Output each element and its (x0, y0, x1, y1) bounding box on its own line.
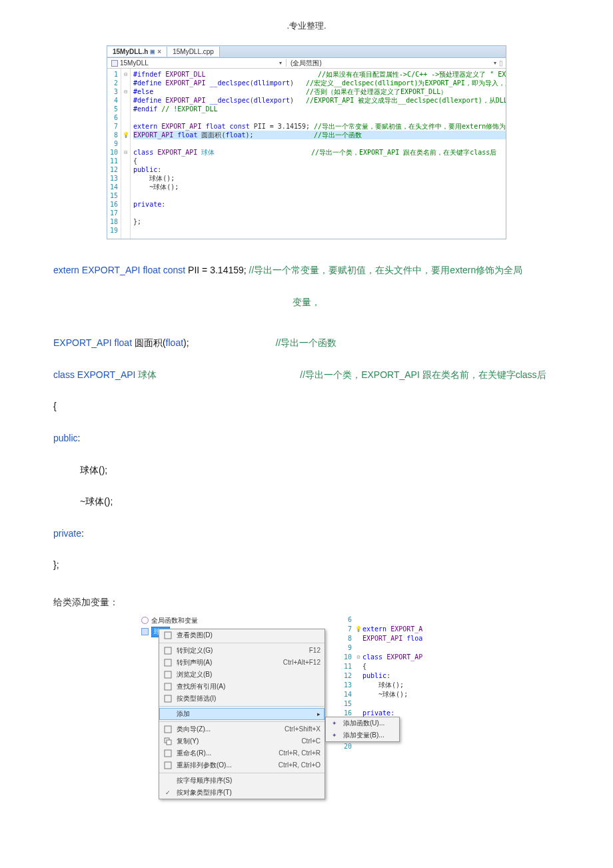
class-name: 球体 (138, 369, 157, 380)
code-line: class EXPORT_API 球体//导出一个类，EXPORT_API 跟在… (53, 364, 560, 387)
context-menu: 查看类图(D)转到定义(G)F12转到声明(A)Ctrl+Alt+F12浏览定义… (159, 629, 325, 799)
menu-shortcut: Ctrl+C (301, 737, 320, 745)
code-area[interactable]: 12345678910111213141516171819 ⊟⊟💡⊟ #ifnd… (107, 69, 506, 239)
code-text: PII = 3.14159; (185, 265, 249, 275)
keyword: float (166, 337, 183, 348)
svg-rect-6 (165, 726, 171, 733)
colon: : (78, 433, 81, 443)
pin-icon[interactable]: ▣ (150, 49, 155, 55)
menu-item[interactable]: 转到定义(G)F12 (159, 645, 324, 657)
class-icon (141, 628, 149, 635)
comment: //导出一个类，EXPORT_API 跟在类名前，在关键字class后 (300, 369, 546, 380)
menu-item[interactable]: 类向导(Z)...Ctrl+Shift+X (159, 723, 324, 735)
tree-label: 全局函数和变量 (151, 616, 198, 625)
keyword: float const (143, 265, 185, 275)
svg-rect-8 (167, 740, 171, 745)
menu-label: 重命名(R)... (177, 749, 275, 758)
menu-label: 浏览定义(B) (177, 670, 320, 679)
chevron-right-icon: ▸ (317, 711, 320, 717)
code-text[interactable]: #ifndef EXPORT_DLL //如果没有在项目配置属性->C/C++ … (131, 69, 506, 239)
tab-label: 15MyDLL.h (113, 48, 148, 55)
tab-cpp-file[interactable]: 15MyDLL.cpp (167, 47, 220, 57)
menu-item[interactable]: 重新排列参数(O)...Ctrl+R, Ctrl+O (159, 759, 324, 771)
menu-label: 查看类图(D) (177, 631, 320, 640)
add-var-icon: ✦ (330, 731, 339, 740)
globe-icon (141, 617, 149, 624)
svg-rect-9 (165, 750, 171, 757)
code-line: EXPORT_API float 圆面积(float);//导出一个函数 (53, 332, 560, 355)
tree-item-globals[interactable]: 全局函数和变量 (140, 615, 227, 626)
menu-item[interactable]: 复制(Y)Ctrl+C (159, 735, 324, 747)
code-text: ); (183, 337, 189, 348)
find-refs-icon (163, 682, 173, 691)
menu-label: 按字母顺序排序(S) (177, 776, 320, 785)
menu-label: 重新排列参数(O)... (177, 761, 275, 770)
page-title: .专业整理. (0, 0, 613, 45)
scope-bar: 15MyDLL ▾ (全局范围) ▾ ▯ (107, 58, 506, 69)
close-icon[interactable]: × (157, 48, 161, 55)
menu-item[interactable]: ✓按对象类型排序(T) (159, 787, 324, 799)
comment-continuation: 变量， (53, 291, 560, 314)
section-heading: 给类添加变量： (53, 597, 560, 609)
browse-def-icon (163, 670, 173, 679)
menu-item[interactable]: 转到声明(A)Ctrl+Alt+F12 (159, 657, 324, 669)
scope-left-label: 15MyDLL (120, 59, 149, 67)
menu-item[interactable]: 按类型筛选(I) (159, 693, 324, 705)
line-gutter: 67891011121314151620 (340, 615, 354, 751)
menu-shortcut: Ctrl+R, Ctrl+R (279, 749, 320, 757)
keyword: float (115, 337, 132, 348)
tab-label: 15MyDLL.cpp (173, 48, 214, 55)
editor-tabs: 15MyDLL.h ▣ × 15MyDLL.cpp (107, 46, 506, 58)
menu-item[interactable]: 查看类图(D) (159, 629, 324, 641)
menu-label: 按对象类型排序(T) (177, 788, 320, 797)
keyword: public (53, 433, 78, 443)
tab-header-file[interactable]: 15MyDLL.h ▣ × (107, 47, 167, 57)
scope-right-dropdown[interactable]: (全局范围) (287, 59, 492, 68)
menu-item[interactable]: 重命名(R)...Ctrl+R, Ctrl+R (159, 747, 324, 759)
code-text: extern EXPORT_AEXPORT_API floaclass EXPO… (362, 615, 422, 751)
api-macro: EXPORT_API (79, 265, 143, 275)
menu-shortcut: Ctrl+Shift+X (285, 725, 320, 733)
menu-item[interactable]: 添加▸ (159, 708, 324, 720)
scope-right-label: (全局范围) (291, 59, 322, 67)
menu-label: 复制(Y) (177, 737, 297, 746)
fold-margin: ⊟⊟💡⊟ (121, 69, 131, 239)
line-gutter: 12345678910111213141516171819 (107, 69, 121, 239)
class-diagram-icon (163, 631, 173, 640)
code-line: ~球体(); (53, 491, 560, 513)
svg-rect-4 (165, 683, 171, 690)
scope-left-dropdown[interactable]: 15MyDLL ▾ (107, 59, 287, 67)
menu-label: 转到定义(G) (177, 646, 305, 655)
svg-rect-0 (165, 632, 171, 639)
code-line: 球体(); (53, 459, 560, 482)
code-snippet: 67891011121314151620 💡⊟ extern EXPORT_AE… (340, 615, 473, 751)
code-line: }; (53, 554, 560, 577)
menu-label: 查找所有引用(A) (177, 682, 320, 691)
api-macro: EXPORT_API (53, 337, 115, 348)
api-macro: EXPORT_API (75, 369, 138, 380)
menu-shortcut: Ctrl+R, Ctrl+O (279, 761, 320, 769)
split-icon[interactable]: ▯ (496, 59, 506, 67)
code-editor: 15MyDLL.h ▣ × 15MyDLL.cpp 15MyDLL ▾ (全局范… (107, 45, 506, 239)
code-line: public: (53, 427, 560, 450)
goto-def-icon (163, 646, 173, 655)
colon: : (81, 528, 84, 539)
svg-rect-2 (165, 659, 171, 666)
add-func-icon: ✦ (330, 719, 339, 728)
comment: //导出一个函数 (276, 337, 337, 348)
code-line: private: (53, 523, 560, 545)
menu-item[interactable]: 浏览定义(B) (159, 669, 324, 681)
code-line: { (53, 395, 560, 418)
keyword: class (53, 369, 75, 380)
menu-label: 转到声明(A) (177, 658, 279, 667)
keyword: extern (53, 265, 79, 275)
fold-margin: 💡⊟ (354, 615, 362, 751)
menu-shortcut: F12 (309, 647, 320, 654)
menu-item[interactable]: 查找所有引用(A) (159, 681, 324, 693)
composite-screenshot: 全局函数和变量 球体 查看类图(D)转到定义(G)F12转到声明(A)Ctrl+… (140, 615, 473, 835)
check-icon: ✓ (163, 788, 173, 797)
menu-item[interactable]: 按字母顺序排序(S) (159, 775, 324, 787)
goto-decl-icon (163, 658, 173, 667)
svg-rect-10 (165, 762, 171, 769)
svg-rect-1 (165, 647, 171, 654)
